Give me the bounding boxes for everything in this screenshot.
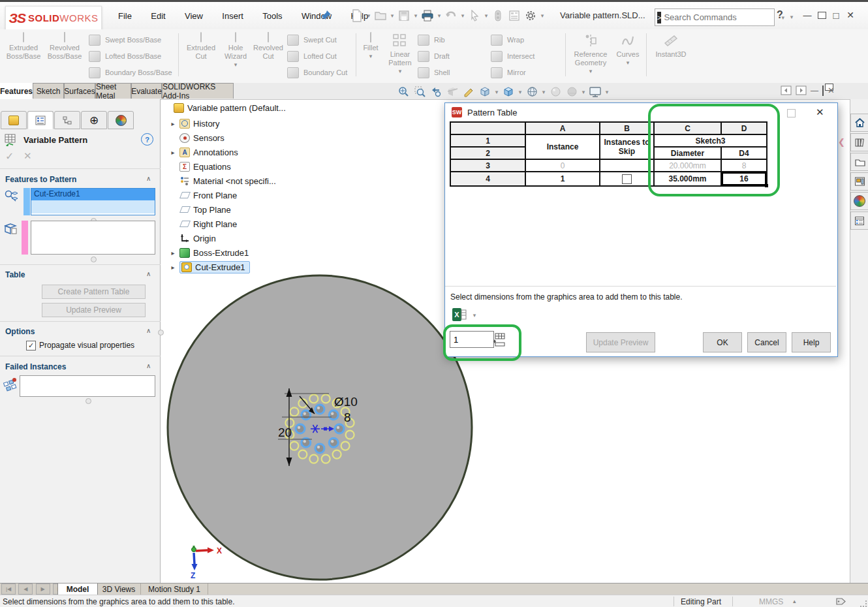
featuremanager-tab[interactable] xyxy=(1,111,27,129)
view-settings-dropdown-icon[interactable]: ▾ xyxy=(604,89,610,95)
first-tab-icon[interactable]: |◀ xyxy=(1,584,16,595)
tab-features[interactable]: Features xyxy=(0,83,33,99)
resize-handle[interactable] xyxy=(91,257,97,262)
design-library-icon[interactable] xyxy=(850,133,868,151)
options-section-header[interactable]: Options xyxy=(5,327,35,336)
view-palette-icon[interactable] xyxy=(850,172,868,191)
tab-model[interactable]: Model xyxy=(57,584,98,595)
expand-icon[interactable]: ▸ xyxy=(170,249,176,257)
units-dropdown-icon[interactable]: ▴ xyxy=(793,598,796,604)
tab-solidworks-add-ins[interactable]: SOLIDWORKS Add-Ins xyxy=(162,83,234,99)
table-section-header[interactable]: Table xyxy=(5,270,25,279)
print-icon[interactable] xyxy=(420,8,435,23)
displaymanager-tab[interactable] xyxy=(108,111,134,129)
shell-button[interactable]: Shell xyxy=(418,66,450,79)
print-dropdown-icon[interactable]: ▾ xyxy=(436,12,442,19)
skip-1-cell[interactable] xyxy=(600,172,654,186)
excel-import-icon[interactable]: X xyxy=(452,307,467,322)
lofted-cut-button[interactable]: Lofted Cut xyxy=(287,50,337,63)
instance-header-cell[interactable]: Instance xyxy=(525,134,600,159)
edit-appearance-icon[interactable] xyxy=(548,85,563,99)
display-style-icon[interactable] xyxy=(501,85,516,99)
collapse-icon[interactable]: ∧ xyxy=(146,175,151,182)
curves-dropdown-icon[interactable]: ▾ xyxy=(625,59,631,66)
undo-dropdown-icon[interactable]: ▾ xyxy=(459,12,466,19)
extruded-cut-button[interactable]: Extruded Cut xyxy=(183,33,219,61)
pin-menu-icon[interactable] xyxy=(320,8,333,22)
lofted-boss-base-button[interactable]: Lofted Boss/Base xyxy=(89,50,161,63)
fillet-button[interactable]: Fillet ▾ xyxy=(358,33,384,59)
zoom-area-icon[interactable] xyxy=(412,85,427,99)
collapse-icon[interactable]: ∧ xyxy=(146,362,151,369)
prev-tab-icon[interactable]: ◀ xyxy=(18,584,33,595)
status-units[interactable]: MMGS xyxy=(759,597,783,606)
undo-icon[interactable] xyxy=(443,8,459,23)
swept-cut-button[interactable]: Swept Cut xyxy=(287,33,337,46)
next-tab-icon[interactable]: ▶ xyxy=(36,584,50,595)
wrap-button[interactable]: Wrap xyxy=(491,33,524,46)
col-header-c[interactable]: C xyxy=(654,122,721,134)
skip-0-cell[interactable] xyxy=(600,159,654,172)
hide-show-dropdown-icon[interactable]: ▾ xyxy=(540,89,547,95)
new-document-icon[interactable] xyxy=(349,8,365,23)
tree-item-boss-extrude1[interactable]: ▸ Boss-Extrude1 xyxy=(170,247,249,258)
view-orientation-dropdown-icon[interactable]: ▾ xyxy=(493,89,500,95)
view-orientation-icon[interactable] xyxy=(477,85,493,99)
tag-icon[interactable] xyxy=(835,597,846,606)
tile-windows-icon[interactable] xyxy=(814,7,829,23)
open-document-icon[interactable] xyxy=(373,8,388,23)
search-commands-box[interactable]: > ▾ xyxy=(655,8,775,26)
file-properties-icon[interactable] xyxy=(506,8,522,23)
tree-item-front-plane[interactable]: Front Plane xyxy=(179,189,237,201)
doc-close-icon[interactable]: ✕ xyxy=(828,86,835,95)
faces-to-pattern-listbox[interactable] xyxy=(31,221,155,255)
diameter-header-cell[interactable]: Diameter xyxy=(654,147,721,159)
tree-item-top-plane[interactable]: Top Plane xyxy=(179,204,231,215)
options-gear-icon[interactable] xyxy=(523,8,538,23)
select-dropdown-icon[interactable]: ▾ xyxy=(483,12,489,19)
row-header-1[interactable]: 1 xyxy=(450,134,525,147)
maximize-window-icon[interactable]: □ xyxy=(829,7,843,23)
instance-count-input[interactable] xyxy=(450,331,494,348)
dialog-close-icon[interactable]: ✕ xyxy=(816,106,824,118)
instant3d-button[interactable]: Instant3D xyxy=(650,33,692,59)
tab-motion-study-1[interactable]: Motion Study 1 xyxy=(141,584,208,595)
tree-item-origin[interactable]: Origin xyxy=(179,232,216,244)
panel-splitter-handle[interactable] xyxy=(158,330,164,335)
expand-icon[interactable]: ▸ xyxy=(170,264,176,271)
corner-cell[interactable] xyxy=(450,122,525,134)
zoom-fit-icon[interactable] xyxy=(395,85,411,99)
reference-geometry-button[interactable]: Reference Geometry ▾ xyxy=(569,33,612,74)
close-window-icon[interactable]: ✕ xyxy=(843,7,858,23)
appearances-scenes-icon[interactable] xyxy=(850,192,868,210)
tab-evaluate[interactable]: Evaluate xyxy=(131,83,162,99)
apply-scene-icon[interactable] xyxy=(564,85,580,99)
property-help-icon[interactable]: ? xyxy=(141,133,153,146)
col-header-d[interactable]: D xyxy=(721,122,767,134)
d4-1-cell-selected[interactable]: 16 xyxy=(721,172,767,186)
expand-icon[interactable]: ▸ xyxy=(170,149,176,156)
row-header-2[interactable]: 2 xyxy=(450,147,525,159)
add-instances-spin-icon[interactable] xyxy=(491,331,507,348)
tree-item-cut-extrude1[interactable]: ▸ Cut-Extrude1 xyxy=(170,261,250,273)
d4-0-cell[interactable]: 8 xyxy=(721,159,767,172)
view-settings-icon[interactable] xyxy=(587,85,603,99)
tab-sketch[interactable]: Sketch xyxy=(33,83,64,99)
help-dropdown-icon[interactable]: ▾ xyxy=(788,14,795,20)
ok-button[interactable]: OK xyxy=(703,332,742,352)
select-cursor-icon[interactable] xyxy=(467,8,482,23)
rebuild-icon[interactable] xyxy=(490,8,506,23)
failed-instances-header[interactable]: Failed Instances xyxy=(5,362,66,371)
hole-wizard-button[interactable]: Hole Wizard ▾ xyxy=(221,33,251,68)
create-pattern-table-button[interactable]: Create Pattern Table xyxy=(42,285,146,299)
menu-tools[interactable]: Tools xyxy=(254,3,290,29)
part-face[interactable] xyxy=(168,275,472,580)
ok-check-icon[interactable]: ✓ xyxy=(5,150,14,163)
previous-view-icon[interactable] xyxy=(428,85,444,99)
dimxpertmanager-tab[interactable]: ⊕ xyxy=(81,111,107,129)
intersect-button[interactable]: Intersect xyxy=(491,50,535,63)
collapse-icon[interactable]: ∧ xyxy=(146,327,151,334)
features-to-pattern-header[interactable]: Features to Pattern xyxy=(5,175,76,184)
task-pane-collapse-arrow-icon[interactable]: ❮ xyxy=(838,137,845,147)
swept-boss-base-button[interactable]: Swept Boss/Base xyxy=(89,33,161,46)
